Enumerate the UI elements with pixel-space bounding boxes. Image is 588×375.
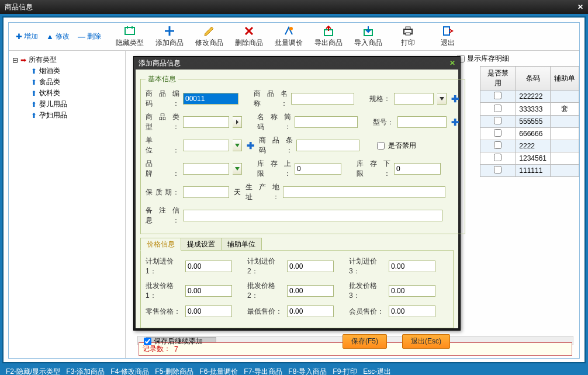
model-input[interactable] bbox=[397, 116, 447, 128]
row-disabled-checkbox[interactable] bbox=[494, 129, 501, 137]
arrow-up-icon: ⬆ bbox=[31, 67, 37, 75]
toolbar-7[interactable]: 打印 bbox=[392, 25, 424, 48]
row-disabled-checkbox[interactable] bbox=[494, 154, 501, 161]
grid-header[interactable]: 辅助单 bbox=[551, 67, 579, 91]
toolbar-5[interactable]: 导出商品 bbox=[313, 25, 344, 48]
category-tree: ⊟ ➡ 所有类型 ⬆烟酒类⬆食品类⬆饮料类⬆婴儿用品⬆孕妇用品 bbox=[9, 51, 126, 358]
member-price-input[interactable] bbox=[389, 305, 435, 317]
arrow-up-icon: ⬆ bbox=[31, 100, 37, 109]
add-product-dialog: 添加商品信息 ✕ 基本信息 商品编码： 商品名称： 规格： ✚ 商品类型： 名称… bbox=[133, 56, 461, 331]
plan-in-2-input[interactable] bbox=[287, 261, 334, 272]
plan-in-1-input[interactable] bbox=[185, 261, 232, 272]
model-add-icon[interactable]: ✚ bbox=[450, 117, 460, 128]
tree-item[interactable]: ⬆孕妇用品 bbox=[12, 110, 122, 121]
spec-add-icon[interactable]: ✚ bbox=[450, 93, 460, 105]
product-code-input[interactable] bbox=[183, 93, 238, 105]
add-category-button[interactable]: ✚增加 bbox=[16, 32, 38, 41]
toolbar-2[interactable]: 修改商品 bbox=[193, 25, 225, 48]
row-disabled-checkbox[interactable] bbox=[494, 166, 501, 173]
toolbar-icon bbox=[402, 25, 414, 37]
arrow-up-icon: ⬆ bbox=[31, 78, 37, 86]
toolbar-4[interactable]: 批量调价 bbox=[273, 25, 305, 48]
keep-adding-checkbox[interactable]: 保存后继续添加 bbox=[144, 336, 203, 346]
svg-rect-7 bbox=[444, 27, 449, 35]
row-disabled-checkbox[interactable] bbox=[494, 105, 501, 112]
edit-category-button[interactable]: ▲修改 bbox=[46, 32, 70, 41]
row-disabled-checkbox[interactable] bbox=[494, 141, 501, 149]
barcode-input[interactable] bbox=[296, 140, 359, 151]
table-row[interactable]: 555555 bbox=[480, 116, 579, 128]
origin-input[interactable] bbox=[283, 186, 445, 198]
stock-upper-input[interactable] bbox=[295, 163, 341, 175]
arrow-up-icon: ⬆ bbox=[31, 112, 37, 120]
spec-dropdown-icon[interactable] bbox=[437, 93, 447, 105]
tab-aux-unit[interactable]: 辅助单位 bbox=[221, 238, 262, 250]
table-row[interactable]: 333333套 bbox=[480, 103, 579, 116]
exit-button[interactable]: 退出(Esc) bbox=[402, 334, 450, 349]
window-close-button[interactable]: ✕ bbox=[577, 0, 583, 14]
tree-item[interactable]: ⬆婴儿用品 bbox=[12, 99, 122, 110]
unit-dropdown-icon[interactable] bbox=[233, 140, 242, 151]
unit-input[interactable] bbox=[183, 140, 229, 151]
tab-commission[interactable]: 提成设置 bbox=[181, 238, 222, 250]
window-title: 商品信息 bbox=[5, 0, 33, 14]
tree-item[interactable]: ⬆食品类 bbox=[12, 77, 122, 88]
min-sell-input[interactable] bbox=[287, 305, 334, 317]
table-row[interactable]: 666666 bbox=[480, 128, 579, 140]
svg-rect-6 bbox=[406, 33, 410, 35]
disabled-checkbox[interactable] bbox=[377, 142, 385, 150]
brand-dropdown-icon[interactable] bbox=[233, 163, 242, 175]
price-panel: 计划进价1： 计划进价2： 计划进价3： 批发价格1： 批发价格2： 批发价格3… bbox=[140, 251, 454, 328]
toolbar-0[interactable]: 隐藏类型 bbox=[114, 25, 146, 48]
product-grid[interactable]: 是否禁用条码辅助单 222222333333套55555566666622221… bbox=[480, 66, 579, 177]
wholesale-2-input[interactable] bbox=[287, 285, 334, 297]
grid-header[interactable]: 条码 bbox=[516, 67, 551, 91]
main-toolbar: ✚增加 ▲修改 —删除 隐藏类型添加商品修改商品删除商品批量调价导出商品导入商品… bbox=[9, 23, 579, 51]
remark-input[interactable] bbox=[183, 210, 442, 221]
dialog-title: 添加商品信息 bbox=[139, 57, 181, 70]
svg-rect-0 bbox=[125, 27, 134, 34]
row-disabled-checkbox[interactable] bbox=[494, 92, 501, 99]
stock-lower-input[interactable] bbox=[394, 163, 441, 175]
grid-header[interactable]: 是否禁用 bbox=[480, 67, 516, 91]
type-browse-icon[interactable] bbox=[233, 116, 242, 128]
brand-input[interactable] bbox=[183, 163, 229, 175]
basic-info-fieldset: 基本信息 商品编码： 商品名称： 规格： ✚ 商品类型： 名称简码： 型号： bbox=[140, 74, 465, 234]
delete-category-button[interactable]: —删除 bbox=[78, 32, 101, 41]
toolbar-6[interactable]: 导入商品 bbox=[352, 25, 384, 48]
spec-input[interactable] bbox=[394, 93, 434, 105]
toolbar-icon bbox=[362, 25, 374, 37]
status-bar: F2-隐藏/显示类型F3-添加商品F4-修改商品F5-删除商品F6-批量调价F7… bbox=[0, 366, 588, 375]
tree-root[interactable]: ⊟ ➡ 所有类型 bbox=[12, 54, 122, 65]
row-disabled-checkbox[interactable] bbox=[494, 117, 501, 124]
unit-add-icon[interactable]: ✚ bbox=[245, 140, 255, 151]
save-button[interactable]: 保存(F5) bbox=[343, 334, 387, 349]
wholesale-3-input[interactable] bbox=[389, 285, 435, 297]
retail-price-input[interactable] bbox=[185, 305, 232, 317]
product-type-input[interactable] bbox=[183, 116, 229, 128]
tab-price[interactable]: 价格信息 bbox=[140, 238, 181, 251]
price-tabs: 价格信息 提成设置 辅助单位 bbox=[140, 238, 454, 251]
tree-item[interactable]: ⬆烟酒类 bbox=[12, 65, 122, 77]
plan-in-3-input[interactable] bbox=[389, 261, 435, 272]
shelf-life-input[interactable] bbox=[183, 186, 229, 198]
dialog-titlebar: 添加商品信息 ✕ bbox=[134, 57, 460, 70]
dialog-close-button[interactable]: ✕ bbox=[449, 57, 455, 70]
table-row[interactable]: 2222 bbox=[480, 140, 579, 152]
shortname-input[interactable] bbox=[295, 116, 358, 128]
toolbar-icon bbox=[283, 25, 295, 37]
toolbar-icon bbox=[203, 25, 215, 37]
table-row[interactable]: 111111 bbox=[480, 165, 579, 177]
table-row[interactable]: 222222 bbox=[480, 91, 579, 103]
product-name-input[interactable] bbox=[291, 93, 354, 105]
wholesale-1-input[interactable] bbox=[185, 285, 232, 297]
arrow-up-icon: ⬆ bbox=[31, 89, 37, 98]
table-row[interactable]: 1234561 bbox=[480, 152, 579, 165]
toolbar-icon bbox=[323, 25, 334, 37]
toolbar-1[interactable]: 添加商品 bbox=[154, 25, 185, 48]
tree-item[interactable]: ⬆饮料类 bbox=[12, 88, 122, 99]
toolbar-3[interactable]: 删除商品 bbox=[233, 25, 265, 48]
toolbar-icon bbox=[124, 25, 136, 37]
toolbar-8[interactable]: 退出 bbox=[432, 25, 464, 48]
folder-icon: ➡ bbox=[20, 56, 26, 64]
